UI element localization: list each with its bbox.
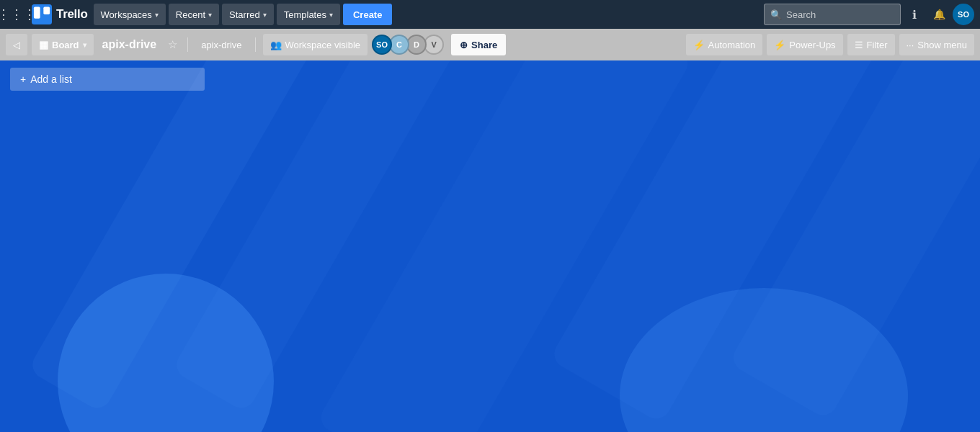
member-avatar-d[interactable]: D [406,35,427,55]
board-header: ◁ ▦ Board ▾ apix-drive ☆ apix-drive 👥 Wo… [0,29,980,60]
user-avatar[interactable]: SO [953,4,974,25]
create-button[interactable]: Create [343,4,392,25]
sidebar-toggle-button[interactable]: ◁ [6,34,27,55]
chevron-down-icon: ▾ [83,41,86,49]
people-icon: 👥 [270,40,282,50]
member-avatar-v[interactable]: V [424,35,444,55]
app-grid-icon[interactable]: ⋮⋮⋮ [6,4,27,25]
bolt-icon: ⚡ [693,40,705,50]
member-avatar-so[interactable]: SO [372,35,392,55]
workspace-visible-button[interactable]: 👥 Workspace visible [263,34,368,55]
trello-wordmark: Trello [56,7,88,22]
breadcrumb-link[interactable]: apix-drive [195,37,247,53]
workspaces-menu-button[interactable]: Workspaces ▾ [94,4,166,25]
chevron-down-icon: ▾ [263,11,267,19]
divider [255,37,256,52]
info-button[interactable]: ℹ [904,4,925,25]
search-placeholder: Search [786,9,816,20]
sidebar-icon: ◁ [13,40,20,50]
automation-button[interactable]: ⚡ Automation [686,34,763,55]
member-avatars: SO C D V [375,35,444,55]
starred-menu-button[interactable]: Starred ▾ [222,4,274,25]
share-button[interactable]: ⊕ Share [451,34,506,55]
ellipsis-icon: ··· [906,40,914,50]
star-button[interactable]: ☆ [165,35,180,54]
chevron-down-icon: ▾ [155,11,159,19]
share-icon: ⊕ [460,40,468,50]
svg-rect-2 [43,7,50,15]
recent-menu-button[interactable]: Recent ▾ [169,4,219,25]
trello-logo: Trello [32,4,88,24]
divider [187,37,188,52]
power-ups-button[interactable]: ⚡ Power-Ups [767,34,842,55]
board-view-button[interactable]: ▦ Board ▾ [32,34,94,55]
search-box[interactable]: 🔍 Search [764,4,901,25]
chevron-down-icon: ▾ [329,11,333,19]
board-grid-icon: ▦ [39,39,48,50]
templates-menu-button[interactable]: Templates ▾ [277,4,340,25]
board-area: + Add a list [0,60,980,432]
powerups-icon: ⚡ [774,40,785,50]
filter-icon: ☰ [855,40,863,50]
chevron-down-icon: ▾ [208,11,212,19]
board-name[interactable]: apix-drive [98,38,161,51]
plus-icon: + [20,73,26,85]
show-menu-button[interactable]: ··· Show menu [899,34,975,55]
filter-button[interactable]: ☰ Filter [847,34,895,55]
svg-rect-1 [34,7,40,19]
top-navigation: ⋮⋮⋮ Trello Workspaces ▾ Recent ▾ Starred… [0,0,980,29]
search-icon: 🔍 [770,9,782,20]
notifications-button[interactable]: 🔔 [928,4,950,25]
member-avatar-c[interactable]: C [389,35,409,55]
add-list-button[interactable]: + Add a list [10,68,205,91]
